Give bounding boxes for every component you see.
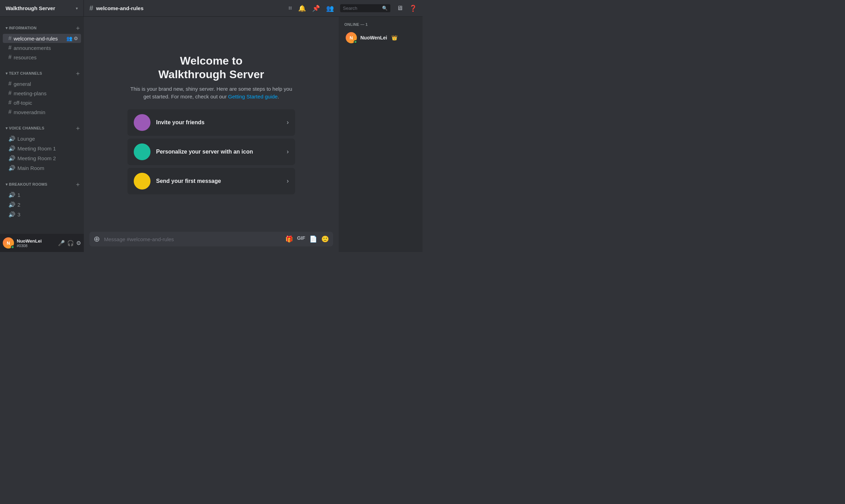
sidebar-channel-general[interactable]: # general [3,79,81,88]
emoji-icon[interactable]: 🙂 [321,235,329,243]
action-card-message[interactable]: 💬 Send your first message › [127,168,295,194]
channel-label: Meeting Room 1 [17,146,56,151]
personalize-icon: 🎨 [134,143,150,160]
online-user-name: NuoWenLei [360,35,387,40]
notification-bell-icon[interactable]: 🔔 [298,5,306,12]
sidebar-channel-br-2[interactable]: 🔊 2 [3,200,81,209]
sidebar-section-header-breakout-rooms[interactable]: ▾ BREAKOUT ROOMS ＋ [0,179,84,190]
first-message-label: Send your first message [156,178,281,184]
sidebar-channel-announcements[interactable]: # announcements [3,43,81,52]
channel-label: resources [14,54,37,60]
voice-channel-icon: 🔊 [8,145,15,152]
channel-label: off-topic [14,100,32,106]
sidebar-channel-meeting-plans[interactable]: # meeting-plans [3,89,81,98]
channel-label: 1 [17,192,20,198]
deafen-icon[interactable]: 🎧 [67,240,74,246]
text-channel-icon: # [8,81,12,87]
topbar-actions: ⌗ 🔔 📌 👥 🔍 🖥 ❓ [283,4,422,12]
sticker-icon[interactable]: 📄 [309,235,317,243]
sidebar-channel-meeting-room-2[interactable]: 🔊 Meeting Room 2 [3,154,81,163]
sidebar-section-voice-channels: ▾ VOICE CHANNELS ＋ 🔊 Lounge 🔊 Meeting Ro… [0,123,84,173]
online-user-nuowenlei[interactable]: N NuoWenLei 👑 [344,31,417,45]
username: NuoWenLei [17,238,55,244]
members-icon[interactable]: 👥 [326,5,334,12]
server-name: Walkthrough Server [6,5,73,11]
sidebar-section-title-breakout-rooms: ▾ BREAKOUT ROOMS [6,182,47,187]
svg-point-2 [138,147,147,156]
message-input-icons: 🎁 GIF 📄 🙂 [285,235,329,243]
pin-icon[interactable]: 📌 [312,5,320,12]
sidebar-channel-lounge[interactable]: 🔊 Lounge [3,134,81,143]
search-input[interactable] [343,6,380,11]
channel-settings-icon[interactable]: ⚙ [74,36,78,41]
channel-label: Main Room [17,165,44,171]
channel-label: welcome-and-rules [14,36,58,42]
invite-arrow-icon: › [287,119,289,126]
message-input-box: ⊕ 🎁 GIF 📄 🙂 [89,232,333,246]
add-channel-voice-icon[interactable]: ＋ [75,124,81,132]
sidebar-channel-welcome-and-rules[interactable]: # welcome-and-rules 👥 ⚙ [3,34,81,43]
channel-label: Lounge [17,136,35,142]
action-card-personalize[interactable]: 🎨 Personalize your server with an icon › [127,139,295,165]
sidebar-channel-main-room[interactable]: 🔊 Main Room [3,163,81,173]
channel-label: announcements [14,45,51,51]
channel-header: # welcome-and-rules [84,4,283,12]
voice-channel-icon: 🔊 [8,165,15,171]
add-channel-information-icon[interactable]: ＋ [75,24,81,32]
manage-users-icon[interactable]: 👥 [66,36,72,41]
add-channel-text-icon[interactable]: ＋ [75,69,81,77]
invite-icon: 👋 [134,114,150,131]
first-message-icon: 💬 [134,173,150,190]
online-user-avatar: N [346,32,357,43]
sidebar-section-breakout-rooms: ▾ BREAKOUT ROOMS ＋ 🔊 1 🔊 2 🔊 3 [0,179,84,220]
add-channel-breakout-icon[interactable]: ＋ [75,180,81,188]
sidebar-section-text-channels: ▾ TEXT CHANNELS ＋ # general # meeting-pl… [0,68,84,117]
gift-icon[interactable]: 🎁 [285,235,293,243]
text-channel-icon: # [8,45,12,51]
voice-channel-icon: 🔊 [8,155,15,162]
server-name-area[interactable]: Walkthrough Server ▾ [0,0,84,16]
voice-channel-icon: 🔊 [8,135,15,142]
channel-label: moveeradmin [14,109,45,115]
channel-label: 3 [17,212,20,217]
user-settings-icon[interactable]: ⚙ [76,240,81,246]
text-channel-icon: # [8,109,12,115]
user-tag: #0308 [17,244,55,248]
sidebar-channel-br-1[interactable]: 🔊 1 [3,190,81,200]
help-icon[interactable]: ❓ [409,5,417,12]
personalize-arrow-icon: › [287,148,289,155]
sidebar-section-header-voice-channels[interactable]: ▾ VOICE CHANNELS ＋ [0,123,84,134]
getting-started-link[interactable]: Getting Started guide [228,94,278,99]
sidebar-channel-off-topic[interactable]: # off-topic [3,98,81,107]
threads-icon[interactable]: ⌗ [288,5,292,12]
user-controls: 🎤 🎧 ⚙ [58,240,81,246]
messages-area: Welcome toWalkthrough Server This is you… [84,17,339,232]
server-dropdown-icon[interactable]: ▾ [76,6,78,11]
add-attachment-icon[interactable]: ⊕ [94,235,100,244]
search-icon: 🔍 [382,6,388,11]
sidebar-channel-meeting-room-1[interactable]: 🔊 Meeting Room 1 [3,144,81,153]
channel-name: welcome-and-rules [96,5,144,11]
content-area: Welcome toWalkthrough Server This is you… [84,17,339,252]
message-input-area: ⊕ 🎁 GIF 📄 🙂 [84,232,339,252]
search-box[interactable]: 🔍 [340,4,390,12]
sidebar-channel-br-3[interactable]: 🔊 3 [3,210,81,219]
channel-label: general [14,81,31,87]
sidebar-section-header-text-channels[interactable]: ▾ TEXT CHANNELS ＋ [0,68,84,79]
online-status-dot [11,245,14,249]
sidebar-section-header-information[interactable]: ▾ INFORMATION ＋ [0,22,84,34]
sidebar-section-title-information: ▾ INFORMATION [6,26,37,30]
text-channel-icon: # [8,54,12,60]
action-card-invite[interactable]: 👋 Invite your friends › [127,109,295,136]
mute-icon[interactable]: 🎤 [58,240,65,246]
inbox-icon[interactable]: 🖥 [397,5,403,12]
message-input[interactable] [104,236,281,242]
text-channel-icon: # [8,99,12,106]
invite-friends-label: Invite your friends [156,119,281,126]
svg-point-4 [138,177,147,186]
sidebar-channel-resources[interactable]: # resources [3,53,81,62]
voice-channel-icon: 🔊 [8,211,15,218]
gif-icon[interactable]: GIF [297,235,305,243]
sidebar-channel-moveeradmin[interactable]: # moveeradmin [3,108,81,117]
welcome-container: Welcome toWalkthrough Server This is you… [127,54,295,194]
